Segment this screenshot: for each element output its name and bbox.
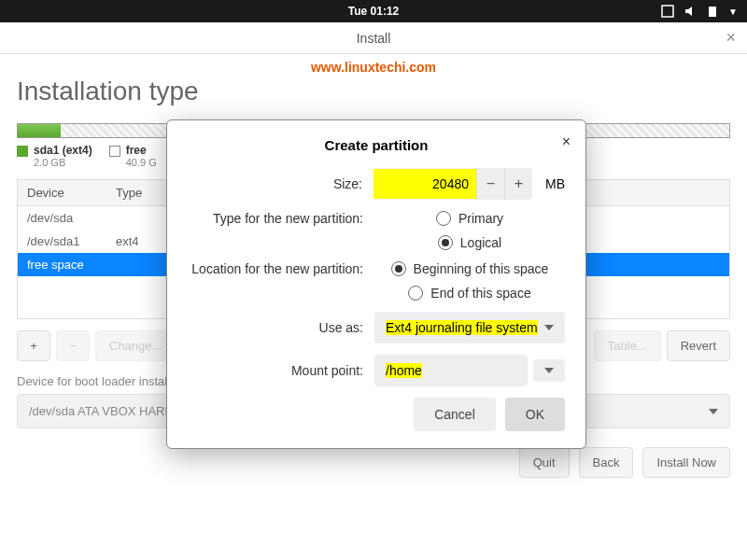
ok-button[interactable]: OK <box>505 398 565 431</box>
cancel-button[interactable]: Cancel <box>414 398 496 431</box>
use-as-value: Ext4 journaling file system <box>386 320 538 335</box>
size-unit: MB <box>545 176 565 191</box>
chevron-down-icon[interactable]: ▼ <box>728 7 738 17</box>
location-label: Location for the new partition: <box>188 261 374 276</box>
page-title: Installation type <box>17 77 730 106</box>
use-as-label: Use as: <box>188 320 374 335</box>
battery-icon[interactable] <box>706 5 719 18</box>
radio-primary-label: Primary <box>458 211 503 226</box>
revert-button[interactable]: Revert <box>667 330 730 361</box>
radio-primary[interactable]: Primary <box>436 211 503 226</box>
window-title: Install <box>357 31 391 46</box>
radio-icon <box>408 286 423 301</box>
size-decrement[interactable]: − <box>476 168 504 200</box>
legend-free-size: 40.9 G <box>126 157 157 168</box>
radio-end-label: End of this space <box>430 286 530 301</box>
volume-icon[interactable] <box>684 5 697 18</box>
swatch-green <box>17 146 28 157</box>
back-button[interactable]: Back <box>579 447 634 478</box>
cell-device: /dev/sda1 <box>18 230 106 253</box>
add-partition-button[interactable]: + <box>17 330 50 361</box>
change-partition-button[interactable]: Change... <box>95 330 176 361</box>
size-increment[interactable]: + <box>504 168 532 200</box>
th-type[interactable]: Type <box>106 180 158 205</box>
size-input[interactable] <box>374 169 476 199</box>
system-tray[interactable]: ▼ <box>661 5 738 18</box>
mount-point-value: /home <box>386 363 422 378</box>
network-icon[interactable] <box>661 5 674 18</box>
radio-end[interactable]: End of this space <box>408 286 530 301</box>
mount-point-input[interactable]: /home <box>374 355 528 386</box>
legend-free-label: free <box>126 144 157 157</box>
cell-type <box>106 253 158 276</box>
mount-point-dropdown[interactable] <box>533 359 565 382</box>
radio-icon <box>438 235 453 250</box>
chevron-down-icon <box>544 368 554 373</box>
use-as-select[interactable]: Ext4 journaling file system <box>374 312 565 343</box>
clock: Tue 01:12 <box>348 5 399 18</box>
quit-button[interactable]: Quit <box>519 447 570 478</box>
dialog-close-icon[interactable]: × <box>562 133 571 150</box>
radio-logical[interactable]: Logical <box>438 235 501 250</box>
radio-beginning[interactable]: Beginning of this space <box>391 261 549 276</box>
legend-sda1-size: 2.0 GB <box>34 157 92 168</box>
watermark: www.linuxtechi.com <box>0 54 747 77</box>
close-icon[interactable]: × <box>726 28 736 48</box>
size-spinner[interactable]: − + <box>374 168 532 200</box>
radio-logical-label: Logical <box>460 235 501 250</box>
chevron-down-icon <box>544 325 554 330</box>
disk-segment-sda1 <box>18 124 61 137</box>
wizard-footer: Quit Back Install Now <box>17 447 730 478</box>
swatch-empty <box>109 146 120 157</box>
svg-rect-0 <box>662 6 673 17</box>
size-label: Size: <box>188 176 374 191</box>
legend-sda1: sda1 (ext4) 2.0 GB <box>17 144 92 168</box>
th-device[interactable]: Device <box>18 180 106 205</box>
legend-free: free 40.9 G <box>109 144 157 168</box>
cell-type <box>106 206 158 230</box>
chevron-down-icon <box>709 409 718 414</box>
system-topbar: Tue 01:12 ▼ <box>0 0 747 22</box>
cell-device: free space <box>18 253 106 276</box>
window-titlebar: Install × <box>0 22 747 54</box>
radio-icon <box>391 261 406 276</box>
cell-device: /dev/sda <box>18 206 106 230</box>
mount-point-label: Mount point: <box>188 363 374 378</box>
type-label: Type for the new partition: <box>188 211 374 226</box>
dialog-title: Create partition <box>188 137 565 153</box>
svg-rect-1 <box>709 7 716 17</box>
cell-type: ext4 <box>106 230 158 253</box>
radio-icon <box>436 211 451 226</box>
new-table-button[interactable]: Table... <box>594 330 661 361</box>
legend-sda1-label: sda1 (ext4) <box>34 144 92 157</box>
create-partition-dialog: Create partition × Size: − + MB Type for… <box>166 119 586 449</box>
install-now-button[interactable]: Install Now <box>642 447 730 478</box>
remove-partition-button[interactable]: − <box>56 330 90 361</box>
radio-beginning-label: Beginning of this space <box>414 261 549 276</box>
